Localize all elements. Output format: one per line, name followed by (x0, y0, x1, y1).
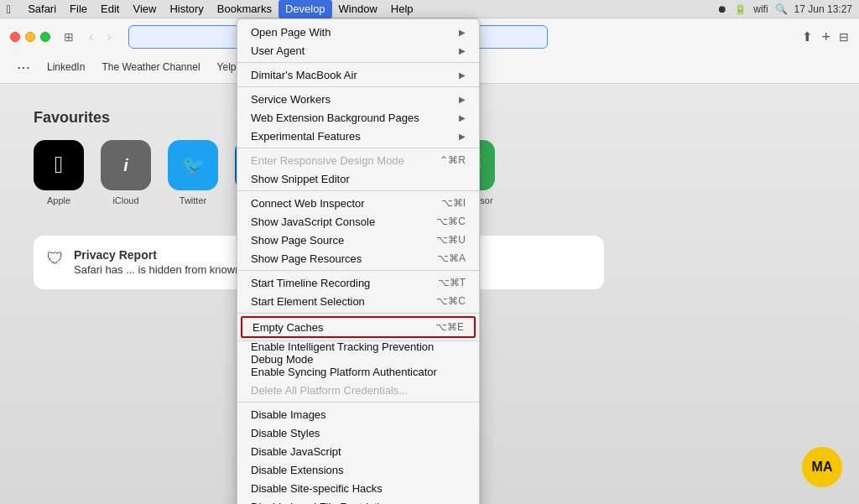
menubar-right: ⏺ 🔋 wifi 🔍 17 Jun 13:27 (717, 3, 852, 15)
menu-disable-images[interactable]: Disable Images (237, 405, 479, 423)
menu-separator-5 (237, 270, 479, 271)
menu-macbook-air[interactable]: Dimitar's MacBook Air ▶ (237, 65, 479, 84)
empty-caches-highlight-box: Empty Caches ⌥⌘E (241, 316, 476, 338)
menu-separator-2 (237, 86, 479, 87)
privacy-icon: 🛡 (47, 249, 64, 268)
fav-apple[interactable]:  Apple (34, 140, 84, 216)
menu-enter-responsive-mode: Enter Responsive Design Mode ⌃⌘R (237, 151, 479, 169)
menu-empty-caches[interactable]: Empty Caches ⌥⌘E (242, 318, 474, 336)
menu-delete-credentials: Delete All Platform Credentials... (237, 381, 479, 399)
privacy-report-title: Privacy Report (74, 248, 157, 262)
menu-disable-js[interactable]: Disable JavaScript (237, 442, 479, 460)
fav-twitter-icon: 🐦 (168, 140, 218, 190)
fav-icloud-label: iCloud (112, 195, 138, 205)
share-icon[interactable]: ⬆ (802, 29, 813, 44)
menubar-wifi-icon: wifi (753, 3, 768, 15)
menu-intelligent-tracking[interactable]: Enable Intelligent Tracking Prevention D… (237, 344, 479, 362)
menu-separator-4 (237, 190, 479, 191)
menubar:  Safari File Edit View History Bookmark… (0, 0, 859, 18)
menu-enable-syncing[interactable]: Enable Syncing Platform Authenticator (237, 362, 479, 381)
menubar-edit[interactable]: Edit (94, 0, 126, 18)
menu-disable-extensions[interactable]: Disable Extensions (237, 460, 479, 479)
toolbar-right-icons: ⬆ + ⊟ (802, 29, 849, 46)
forward-button[interactable]: › (103, 28, 114, 46)
menu-show-page-source[interactable]: Show Page Source ⌥⌘U (237, 231, 479, 249)
menubar-battery-icon: 🔋 (734, 3, 747, 15)
fav-icloud[interactable]: i iCloud (101, 140, 151, 216)
menu-show-js-console[interactable]: Show JavaScript Console ⌥⌘C (237, 212, 479, 231)
menu-separator-1 (237, 62, 479, 63)
menubar-file[interactable]: File (63, 0, 94, 18)
menu-start-element-selection[interactable]: Start Element Selection ⌥⌘C (237, 292, 479, 310)
sidebar-toggle-icon[interactable]: ⊟ (839, 30, 849, 44)
menubar-search-icon[interactable]: 🔍 (775, 3, 788, 15)
menubar-develop[interactable]: Develop (279, 0, 332, 18)
menubar-bookmarks[interactable]: Bookmarks (211, 0, 279, 18)
menu-service-workers[interactable]: Service Workers ▶ (237, 90, 479, 108)
apple-menu[interactable]:  (7, 3, 11, 16)
dropdown-menu: Open Page With ▶ User Agent ▶ Dimitar's … (237, 18, 480, 504)
menubar-history[interactable]: History (163, 0, 210, 18)
minimize-button[interactable] (25, 32, 35, 42)
menu-web-extension-bg-pages[interactable]: Web Extension Background Pages ▶ (237, 108, 479, 127)
menu-connect-web-inspector[interactable]: Connect Web Inspector ⌥⌘I (237, 194, 479, 212)
sidebar-button[interactable]: ⊞ (64, 31, 79, 43)
menu-separator-3 (237, 148, 479, 148)
fav-twitter-label: Twitter (180, 195, 206, 205)
menu-separator-6 (237, 313, 479, 314)
menubar-screen-record-icon: ⏺ (717, 3, 727, 15)
new-tab-icon[interactable]: + (821, 29, 830, 46)
fav-icloud-icon: i (101, 140, 151, 190)
menubar-help[interactable]: Help (384, 0, 420, 18)
menubar-view[interactable]: View (126, 0, 163, 18)
menu-start-timeline[interactable]: Start Timeline Recording ⌥⌘T (237, 273, 479, 292)
menu-user-agent[interactable]: User Agent ▶ (237, 41, 479, 60)
back-button[interactable]: ‹ (86, 28, 96, 46)
menu-experimental-features[interactable]: Experimental Features ▶ (237, 127, 479, 145)
menu-disable-styles[interactable]: Disable Styles (237, 423, 479, 442)
fullscreen-button[interactable] (40, 32, 50, 42)
menu-open-page-with[interactable]: Open Page With ▶ (237, 23, 479, 41)
avatar[interactable]: MA (802, 447, 842, 487)
menu-show-page-resources[interactable]: Show Page Resources ⌥⌘A (237, 249, 479, 268)
menubar-window[interactable]: Window (332, 0, 384, 18)
fav-apple-label: Apple (47, 195, 70, 205)
menu-disable-local-file[interactable]: Disable Local File Restrictions (237, 497, 479, 504)
traffic-lights (10, 32, 50, 42)
menubar-date: 17 Jun 13:27 (794, 3, 852, 15)
bookmark-weather[interactable]: The Weather Channel (95, 60, 206, 75)
apps-icon[interactable]: ⋯ (10, 58, 37, 77)
fav-twitter[interactable]: 🐦 Twitter (168, 140, 218, 216)
menu-separator-8 (237, 402, 479, 403)
menu-disable-site-hacks[interactable]: Disable Site-specific Hacks (237, 479, 479, 497)
menu-show-snippet-editor[interactable]: Show Snippet Editor (237, 169, 479, 188)
close-button[interactable] (10, 32, 20, 42)
menubar-safari[interactable]: Safari (21, 0, 63, 18)
fav-apple-icon:  (34, 140, 84, 190)
bookmark-linkedin[interactable]: LinkedIn (40, 60, 91, 75)
